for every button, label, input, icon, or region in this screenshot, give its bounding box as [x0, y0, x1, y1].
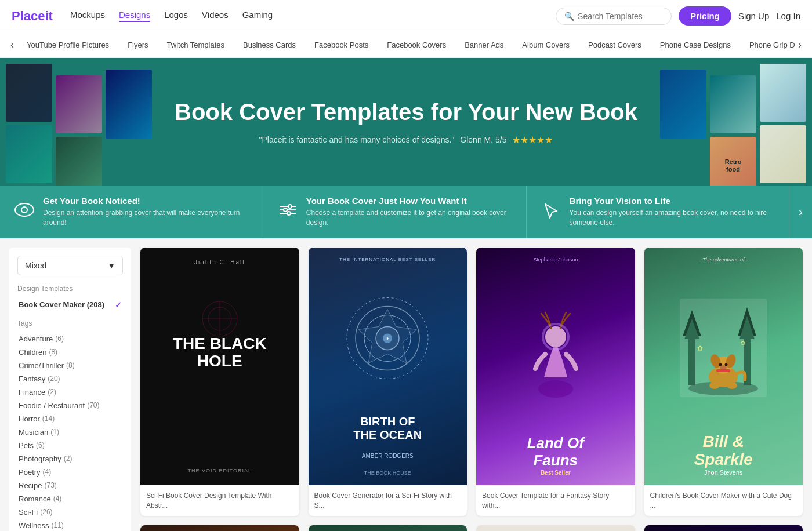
cat-banner-ads[interactable]: Banner Ads [455, 32, 513, 57]
cat-phone-case[interactable]: Phone Case Designs [651, 32, 740, 57]
cat-podcast-covers[interactable]: Podcast Covers [579, 32, 651, 57]
card-cover-inner-7: StellarJourney [644, 525, 803, 531]
cat-twitch[interactable]: Twitch Templates [158, 32, 234, 57]
sort-label: Mixed [25, 261, 46, 270]
card-cover-2: Stephanie Johnson [476, 248, 635, 485]
cat-business-cards[interactable]: Business Cards [234, 32, 305, 57]
card-cover-inner-1: THE INTERNATIONAL BEST SELLER ✦ BIRTH OF… [309, 248, 467, 485]
card-label-1: Book Cover Generator for a Sci-Fi Story … [309, 485, 467, 517]
tag-wellness-label: Wellness [19, 521, 49, 530]
check-icon: ✓ [115, 300, 122, 310]
nav-videos[interactable]: Videos [202, 10, 229, 22]
tag-musician-count: (1) [50, 428, 59, 436]
feature-2-text: Your Book Cover Just How You Want It Cho… [306, 196, 512, 228]
features-next[interactable]: › [789, 186, 812, 238]
card-art-2 [485, 263, 626, 435]
login-button[interactable]: Log In [776, 11, 800, 21]
cat-facebook-covers[interactable]: Facebook Covers [378, 32, 455, 57]
tag-fantasy[interactable]: Fantasy (20) [17, 372, 123, 385]
template-card-4[interactable]: A STEAMPUNK FANTASY Iron Wi [140, 525, 299, 531]
tag-adventure[interactable]: Adventure (6) [17, 332, 123, 345]
tag-musician-label: Musician [19, 428, 48, 437]
svg-point-1 [21, 207, 27, 213]
cat-nav-prev[interactable]: ‹ [7, 37, 17, 53]
hero-stars: ★★★★★ [512, 134, 553, 146]
tag-children[interactable]: Children (8) [17, 345, 123, 359]
card-cover-4: A STEAMPUNK FANTASY Iron Wi [140, 525, 299, 531]
cat-youtube[interactable]: YouTube Profile Pictures [17, 32, 118, 57]
tag-adventure-label: Adventure [19, 334, 53, 343]
tag-photography-label: Photography [19, 454, 61, 463]
feature-1: Get Your Book Noticed! Design an attenti… [0, 186, 263, 238]
features-bar: Get Your Book Noticed! Design an attenti… [0, 186, 812, 238]
svg-point-19 [538, 380, 573, 398]
template-card-5[interactable]: ❋ ❋ ❋ ❋ The SecretGarden [309, 525, 467, 531]
nav-mockups[interactable]: Mockups [70, 10, 105, 22]
tag-romance[interactable]: Romance (4) [17, 492, 123, 505]
search-input[interactable] [578, 12, 663, 21]
tag-photography[interactable]: Photography (2) [17, 452, 123, 465]
card-book-title-1: BIRTH OFTHE OCEAN [353, 415, 422, 442]
tag-wellness-count: (11) [52, 521, 64, 529]
nav-logos[interactable]: Logos [164, 10, 188, 22]
cat-album-covers[interactable]: Album Covers [513, 32, 579, 57]
tag-horror[interactable]: Horror (14) [17, 412, 123, 425]
template-card-7[interactable]: StellarJourney Galaxy Night Sky Book Cov… [644, 525, 803, 531]
template-card-6[interactable]: ❁ ✦ ✦ ✦ ✦ [476, 525, 635, 531]
tag-sci-fi[interactable]: Sci-Fi (26) [17, 505, 123, 519]
template-card-3[interactable]: - The adventures of - [644, 248, 803, 517]
nav-designs[interactable]: Designs [119, 10, 150, 22]
template-card-2[interactable]: Stephanie Johnson [476, 248, 635, 517]
card-adventures-3: - The adventures of - [699, 257, 748, 263]
tag-finance[interactable]: Finance (2) [17, 385, 123, 399]
cat-nav-scroll: YouTube Profile Pictures Flyers Twitch T… [17, 32, 795, 57]
pricing-button[interactable]: Pricing [679, 6, 731, 26]
sidebar-book-cover-maker[interactable]: Book Cover Maker (208) ✓ [17, 297, 123, 312]
tag-recipe-label: Recipe [19, 481, 42, 490]
tag-pets-count: (6) [36, 441, 45, 449]
cat-nav-next[interactable]: › [795, 37, 805, 53]
svg-text:✿: ✿ [741, 340, 745, 346]
tag-horror-label: Horror [19, 414, 40, 423]
feature-1-text: Get Your Book Noticed! Design an attenti… [43, 196, 249, 228]
card-author-0: Judith C. Hall [194, 259, 245, 266]
tag-foodie[interactable]: Foodie / Restaurant (70) [17, 399, 123, 412]
tag-foodie-count: (70) [87, 401, 99, 409]
svg-point-6 [284, 208, 287, 212]
tag-wellness[interactable]: Wellness (11) [17, 519, 123, 531]
cat-flyers[interactable]: Flyers [118, 32, 157, 57]
nav-gaming[interactable]: Gaming [242, 10, 273, 22]
svg-point-38 [709, 382, 720, 389]
card-book-title-2: Land OfFauns [527, 435, 584, 470]
cat-facebook-posts[interactable]: Facebook Posts [305, 32, 378, 57]
card-title-label-3: Children's Book Cover Maker with a Cute … [650, 492, 792, 510]
feature-1-title: Get Your Book Noticed! [43, 196, 249, 206]
svg-point-5 [288, 205, 292, 208]
tag-romance-count: (4) [53, 494, 62, 503]
template-card-0[interactable]: Judith C. Hall [140, 248, 299, 517]
tag-scifi-label: Sci-Fi [19, 508, 38, 517]
template-card-1[interactable]: THE INTERNATIONAL BEST SELLER ✦ BIRTH OF… [309, 248, 467, 517]
feature-2-desc: Choose a template and customize it to ge… [306, 208, 512, 228]
main-layout: Mixed ▼ Design Templates Book Cover Make… [0, 238, 812, 531]
tag-musician[interactable]: Musician (1) [17, 425, 123, 439]
search-bar[interactable]: 🔍 [556, 8, 672, 25]
tag-fantasy-label: Fantasy [19, 374, 45, 383]
tag-pets[interactable]: Pets (6) [17, 439, 123, 452]
sort-select[interactable]: Mixed ▼ [17, 256, 123, 275]
quote-author: Glenn M. 5/5 [460, 135, 506, 144]
tag-recipe[interactable]: Recipe (73) [17, 479, 123, 492]
card-cover-0: Judith C. Hall [140, 248, 299, 485]
card-cover-inner-3: - The adventures of - [644, 248, 803, 485]
cat-phone-grip[interactable]: Phone Grip Designs [740, 32, 795, 57]
site-logo[interactable]: Placeit [12, 9, 53, 24]
feature-3-title: Bring Your Vision to Life [570, 196, 775, 206]
template-grid-area: Judith C. Hall [140, 248, 803, 531]
tag-crime-thriller[interactable]: Crime/Thriller (8) [17, 359, 123, 372]
signup-button[interactable]: Sign Up [738, 11, 769, 21]
quote-text: "Placeit is fantastic and has many choic… [259, 135, 455, 144]
card-label-0: Sci-Fi Book Cover Design Template With A… [140, 485, 299, 517]
tag-poetry[interactable]: Poetry (4) [17, 465, 123, 479]
card-cover-inner-0: Judith C. Hall [140, 248, 299, 485]
card-bestseller-2: Best Seller [541, 470, 571, 476]
